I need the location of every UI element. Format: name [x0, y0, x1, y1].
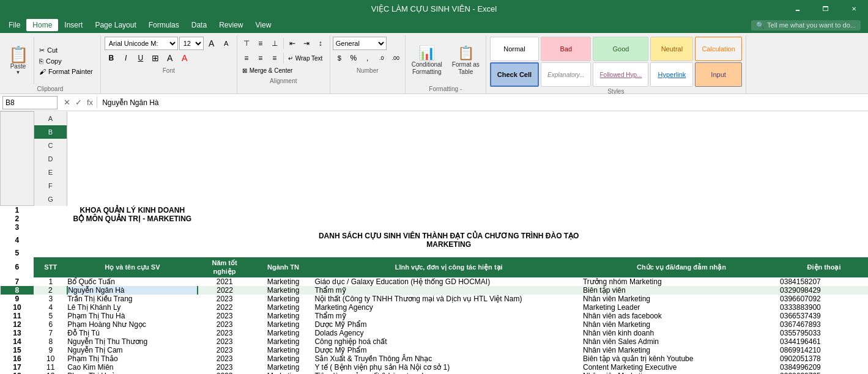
cell[interactable]: Content Marketing Executive — [583, 363, 780, 372]
cell[interactable]: Marketing — [252, 286, 315, 295]
cell[interactable]: 2023 — [198, 295, 252, 303]
cell[interactable]: Thẩm mỹ — [314, 286, 583, 295]
maximize-button[interactable]: 🗖 — [812, 0, 840, 17]
cell[interactable]: Trưởng nhóm Marketing — [583, 277, 780, 286]
cell[interactable]: 2023 — [198, 372, 252, 374]
cell[interactable] — [67, 232, 197, 249]
cell[interactable]: 0328699795 — [780, 372, 868, 374]
insert-function-icon[interactable]: fx — [86, 97, 94, 108]
cell[interactable] — [314, 215, 583, 223]
cell[interactable]: 2 — [34, 286, 67, 295]
cell[interactable]: 5 — [34, 312, 67, 320]
cell[interactable]: Nhân viên kinh doanh — [583, 329, 780, 337]
name-box[interactable] — [2, 96, 57, 109]
cell[interactable]: 0333883900 — [780, 303, 868, 312]
cell[interactable]: Nhân viên Sales Admin — [583, 337, 780, 346]
align-right-button[interactable]: ≡ — [268, 51, 281, 65]
cell[interactable]: Phạm Thị Hường — [67, 372, 197, 374]
menu-view[interactable]: View — [250, 19, 278, 31]
col-header-g[interactable]: G — [34, 193, 67, 206]
format-painter-button[interactable]: 🖌 Format Painter — [37, 67, 95, 76]
cell[interactable]: Nguyễn Thị Thu Thương — [67, 337, 197, 346]
cell[interactable] — [780, 249, 868, 257]
cell[interactable] — [198, 206, 252, 215]
cell[interactable]: 0869914210 — [780, 346, 868, 354]
cell[interactable] — [314, 223, 583, 232]
cell[interactable]: 8 — [34, 337, 67, 346]
cell[interactable]: Marketing — [252, 363, 315, 372]
row-number[interactable]: 17 — [1, 363, 34, 372]
increase-decimal-button[interactable]: .00 — [389, 51, 402, 65]
cell[interactable]: Dược Mỹ Phẩm — [314, 320, 583, 329]
cell[interactable]: Đỗ Thị Tú — [67, 329, 197, 337]
cell[interactable]: Dolads Agency — [314, 329, 583, 337]
neutral-style-button[interactable]: Neutral — [650, 37, 693, 61]
cell[interactable]: Phạm Hoàng Như Ngọc — [67, 320, 197, 329]
increase-indent-button[interactable]: ⇥ — [300, 37, 313, 50]
comma-button[interactable]: , — [361, 51, 374, 65]
align-top-button[interactable]: ⊤ — [240, 37, 253, 50]
cell[interactable]: Nhân viên ads facebook — [583, 312, 780, 320]
row-number[interactable]: 11 — [1, 312, 34, 320]
row-number[interactable]: 10 — [1, 303, 34, 312]
cell[interactable] — [252, 215, 315, 223]
accounting-format-button[interactable]: $ — [333, 51, 346, 65]
cell[interactable] — [34, 232, 67, 249]
cell[interactable] — [314, 206, 583, 215]
cell[interactable] — [583, 206, 780, 215]
cell[interactable]: 0396607092 — [780, 295, 868, 303]
cell[interactable]: Dược Mỹ Phẩm — [314, 346, 583, 354]
cell[interactable]: 2021 — [198, 277, 252, 286]
cell[interactable]: 10 — [34, 354, 67, 363]
cell[interactable]: BỘ MÔN QUẢN TRỊ - MARKETING — [67, 215, 197, 223]
cell[interactable]: Marketing — [252, 303, 315, 312]
cell[interactable]: 6 — [34, 320, 67, 329]
cell[interactable] — [198, 232, 252, 249]
underline-button[interactable]: U — [134, 51, 147, 65]
cell[interactable] — [252, 249, 315, 257]
cell[interactable]: Nhân viên Marketing — [583, 320, 780, 329]
fill-color-button[interactable]: A — [163, 51, 177, 65]
cell[interactable]: 0367467893 — [780, 320, 868, 329]
number-format-select[interactable]: General — [333, 37, 387, 50]
cell[interactable]: Lĩnh vực, đơn vị công tác hiện tại — [314, 257, 583, 277]
cell[interactable]: Thẩm mỹ — [314, 312, 583, 320]
cell[interactable]: 9 — [34, 346, 67, 354]
cell[interactable] — [198, 249, 252, 257]
cell[interactable]: 11 — [34, 363, 67, 372]
col-header-d[interactable]: D — [34, 152, 67, 166]
cell[interactable]: Marketing — [252, 329, 315, 337]
row-number[interactable]: 2 — [1, 215, 34, 223]
cell[interactable] — [314, 249, 583, 257]
cell[interactable]: 0384158207 — [780, 277, 868, 286]
menu-data[interactable]: Data — [185, 19, 213, 31]
sheet-scroll-area[interactable]: A B C D E F G 1KHOA QUẢN LÝ KINH DOANH2B… — [0, 111, 868, 374]
cell[interactable] — [780, 215, 868, 223]
cell[interactable]: 2023 — [198, 312, 252, 320]
row-number[interactable]: 14 — [1, 337, 34, 346]
calculation-style-button[interactable]: Calculation — [695, 37, 741, 61]
cell[interactable]: Sản Xuất & Truyền Thông Âm Nhạc — [314, 354, 583, 363]
font-color-button[interactable]: A — [178, 51, 191, 65]
cell[interactable]: 2023 — [198, 363, 252, 372]
cell[interactable]: 2023 — [198, 320, 252, 329]
percent-button[interactable]: % — [347, 51, 360, 65]
cell[interactable]: Marketing Leader — [583, 303, 780, 312]
decrease-decimal-button[interactable]: .0 — [375, 51, 388, 65]
bold-button[interactable]: B — [105, 51, 118, 65]
align-left-button[interactable]: ≡ — [240, 51, 253, 65]
col-header-a[interactable]: A — [34, 112, 67, 125]
cell[interactable]: 4 — [34, 303, 67, 312]
cell[interactable]: DANH SÁCH CỰU SINH VIÊN THÀNH ĐẠT CỦA CH… — [314, 232, 583, 249]
align-middle-button[interactable]: ≡ — [254, 37, 267, 50]
cell[interactable]: 0344196461 — [780, 337, 868, 346]
hyperlink-style-button[interactable]: Hyperlink — [650, 62, 693, 87]
cell[interactable] — [583, 249, 780, 257]
cell[interactable]: Nhân viên Marketing — [583, 346, 780, 354]
row-number[interactable]: 5 — [1, 249, 34, 257]
cell[interactable]: Lê Thị Khánh Ly — [67, 303, 197, 312]
cell[interactable] — [198, 215, 252, 223]
align-center-button[interactable]: ≡ — [254, 51, 267, 65]
cell[interactable]: 0329098429 — [780, 286, 868, 295]
cell[interactable]: 1 — [34, 277, 67, 286]
